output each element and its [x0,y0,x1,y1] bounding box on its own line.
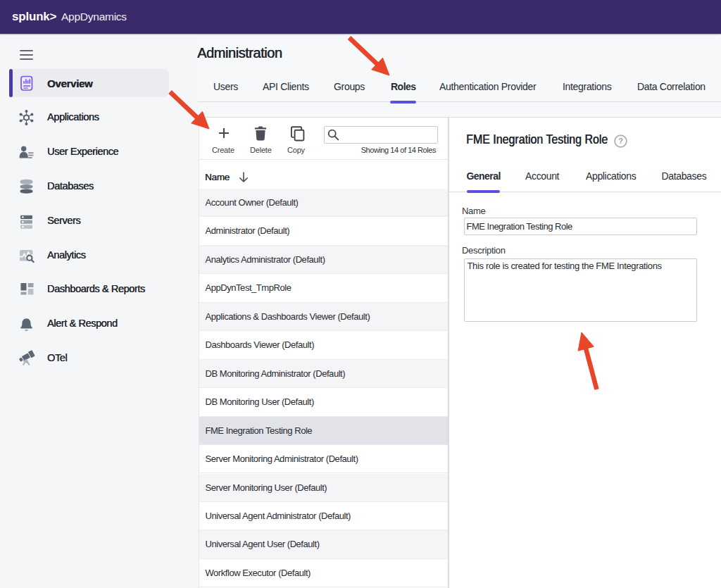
svg-text:?: ? [618,137,623,145]
